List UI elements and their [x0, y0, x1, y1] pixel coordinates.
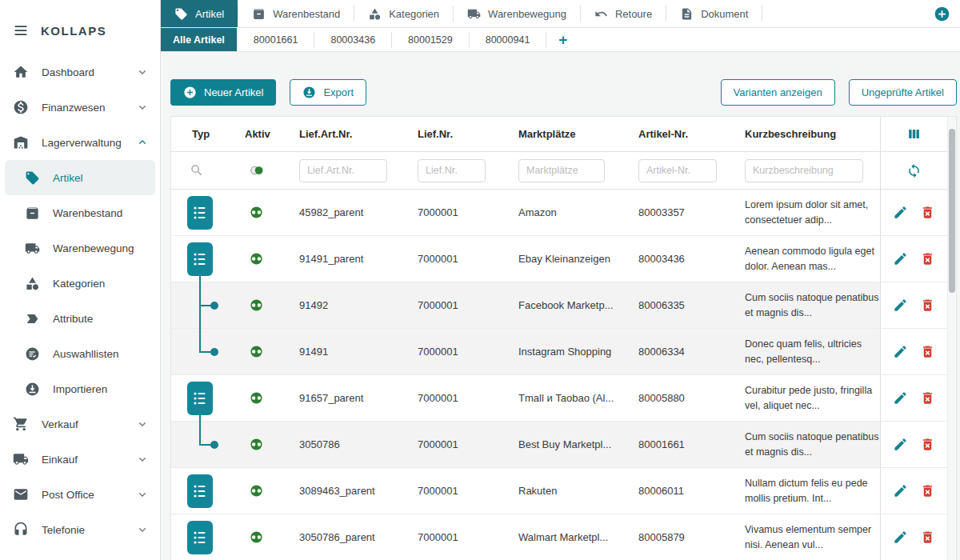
sidebar: KOLLAPS Dashboard Finanzwesen Lagerverwa…	[0, 0, 161, 560]
subtab-80003436[interactable]: 80003436	[314, 28, 391, 51]
cell-lief-nr: 7000001	[412, 282, 513, 328]
variant-list-button[interactable]	[187, 196, 213, 230]
sidebar-item-warenbestand[interactable]: Warenbestand	[0, 195, 160, 230]
sidebar-item-kategorien[interactable]: Kategorien	[0, 266, 160, 301]
tab-label: Warenbestand	[273, 8, 340, 20]
sidebar-item-finanzwesen[interactable]: Finanzwesen	[0, 90, 160, 125]
tab-retoure[interactable]: Retoure	[581, 0, 666, 27]
variant-list-button[interactable]	[187, 521, 213, 554]
column-header-kurzbeschreibung[interactable]: Kurzbeschreibung	[739, 117, 880, 151]
filter-input-lief-nr[interactable]	[418, 159, 486, 182]
cell-lief-nr: 7000001	[412, 190, 513, 235]
cell-aktiv[interactable]	[239, 468, 294, 514]
delete-button[interactable]	[920, 298, 935, 313]
sidebar-item-label: Warenbewegung	[53, 242, 134, 254]
edit-button[interactable]	[893, 530, 908, 545]
delete-button[interactable]	[920, 344, 935, 359]
cell-lief-art-nr: 3050786_parent	[294, 514, 412, 560]
column-header-lief-art-nr[interactable]: Lief.Art.Nr.	[294, 117, 412, 151]
scrollbar-thumb[interactable]	[949, 129, 955, 293]
column-header-marktpl-tze[interactable]: Marktplätze	[513, 117, 633, 151]
tree-connector-line	[199, 421, 201, 445]
unchecked-articles-button[interactable]: Ungeprüfte Artikel	[849, 79, 957, 106]
filter-input-marktpl-tze[interactable]	[518, 159, 605, 182]
tab-kategorien[interactable]: Kategorien	[354, 0, 453, 27]
tab-dokument[interactable]: Dokument	[666, 0, 762, 27]
sidebar-item-verkauf[interactable]: Verkauf	[0, 406, 160, 442]
cell-aktiv[interactable]	[239, 375, 294, 421]
edit-button[interactable]	[893, 251, 908, 266]
subtab-80001529[interactable]: 80001529	[392, 28, 469, 51]
variant-list-button[interactable]	[187, 474, 213, 508]
filter-input-lief-art-nr[interactable]	[299, 159, 387, 182]
add-article-tab-button[interactable]: +	[546, 28, 579, 51]
variant-list-button[interactable]	[187, 382, 213, 415]
refresh-button[interactable]	[880, 152, 947, 189]
sidebar-item-telefonie[interactable]: Telefonie	[0, 512, 160, 547]
show-variants-button[interactable]: Varianten anzeigen	[721, 79, 835, 106]
main-tabbar: Artikel Warenbestand Kategorien Warenbew…	[161, 0, 960, 28]
cell-lief-art-nr: 3050786	[294, 422, 412, 467]
subtab-alle-artikel[interactable]: Alle Artikel	[161, 28, 237, 51]
sidebar-item-attribute[interactable]: Attribute	[0, 301, 160, 336]
cell-aktiv[interactable]	[239, 514, 294, 560]
delete-button[interactable]	[920, 205, 935, 220]
tag-icon	[25, 170, 40, 186]
toggle-active-icon	[250, 484, 263, 498]
subtab-80000941[interactable]: 80000941	[470, 28, 546, 51]
column-header-typ[interactable]: Typ	[171, 117, 239, 151]
sidebar-item-post-office[interactable]: Post Office	[0, 477, 160, 512]
cell-lief-art-nr: 91491	[294, 329, 412, 374]
delete-button[interactable]	[920, 437, 935, 452]
cell-aktiv[interactable]	[239, 190, 294, 235]
vertical-scrollbar[interactable]	[947, 117, 956, 560]
sidebar-item-warenbewegung[interactable]: Warenbewegung	[0, 230, 160, 266]
sidebar-item-dashboard[interactable]: Dashboard	[0, 54, 160, 90]
mail-icon	[13, 486, 29, 502]
cell-typ	[171, 514, 239, 560]
column-header-artikel-nr[interactable]: Artikel-Nr.	[633, 117, 739, 151]
tab-artikel[interactable]: Artikel	[161, 0, 238, 27]
filter-aktiv-toggle[interactable]	[239, 152, 294, 189]
new-article-button[interactable]: Neuer Artikel	[170, 79, 276, 106]
delete-button[interactable]	[920, 530, 935, 545]
cell-aktiv[interactable]	[239, 422, 294, 467]
document-icon	[680, 7, 694, 21]
filter-input-artikel-nr[interactable]	[638, 159, 717, 182]
sidebar-item-lagerverwaltung[interactable]: Lagerverwaltung	[0, 125, 160, 160]
tab-warenbewegung[interactable]: Warenbewegung	[454, 0, 580, 27]
edit-button[interactable]	[893, 483, 908, 498]
refresh-icon	[906, 163, 922, 178]
subtab-label: 80001529	[408, 34, 453, 46]
delete-button[interactable]	[920, 483, 935, 498]
column-settings-button[interactable]	[880, 117, 947, 151]
export-button[interactable]: Export	[290, 79, 366, 106]
edit-button[interactable]	[893, 437, 908, 452]
sidebar-item-importieren[interactable]: Importieren	[0, 371, 160, 406]
sidebar-item-einkauf[interactable]: Einkauf	[0, 442, 160, 477]
delete-button[interactable]	[920, 390, 935, 406]
cell-aktiv[interactable]	[239, 236, 294, 282]
filter-input-kurzbeschreibung[interactable]	[745, 159, 863, 182]
hamburger-menu-icon[interactable]	[13, 22, 29, 38]
cell-aktiv[interactable]	[239, 329, 294, 374]
cell-typ	[171, 422, 239, 467]
variant-list-button[interactable]	[187, 242, 213, 276]
cell-marktplaetze: Best Buy Marketpl...	[513, 422, 633, 467]
delete-button[interactable]	[920, 251, 935, 266]
edit-button[interactable]	[893, 298, 908, 313]
edit-button[interactable]	[893, 344, 908, 359]
cell-typ	[171, 282, 239, 328]
cell-aktiv[interactable]	[239, 282, 294, 328]
cell-lief-nr: 7000001	[412, 514, 513, 560]
column-header-aktiv[interactable]: Aktiv	[239, 117, 294, 151]
column-header-lief-nr[interactable]: Lief.Nr.	[412, 117, 513, 151]
edit-button[interactable]	[893, 390, 908, 406]
tab-warenbestand[interactable]: Warenbestand	[238, 0, 354, 27]
add-tab-button[interactable]	[924, 0, 960, 27]
sidebar-item-auswahllisten[interactable]: Auswahllisten	[0, 336, 160, 371]
subtab-80001661[interactable]: 80001661	[238, 28, 314, 51]
truck-icon	[25, 241, 40, 256]
edit-button[interactable]	[893, 205, 908, 220]
sidebar-item-artikel[interactable]: Artikel	[5, 160, 155, 195]
